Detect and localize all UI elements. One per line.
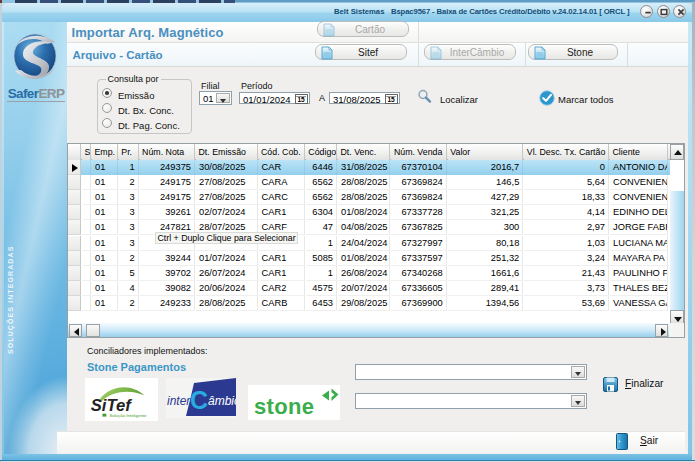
svg-text:stone: stone xyxy=(254,394,314,419)
svg-text:inter: inter xyxy=(167,394,191,408)
svg-text:C: C xyxy=(190,386,208,414)
svg-text:Solução Inteligente: Solução Inteligente xyxy=(109,413,147,418)
svg-text:âmbio: âmbio xyxy=(208,394,236,408)
